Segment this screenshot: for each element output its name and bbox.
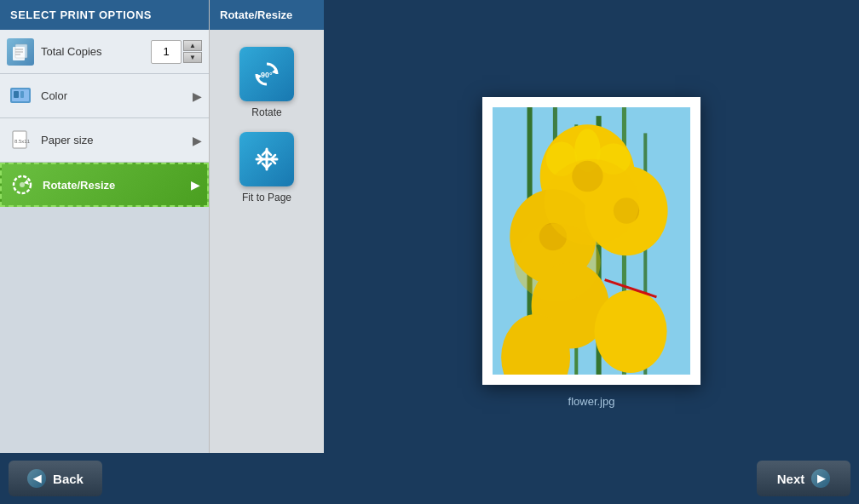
paper-size-label: Paper size bbox=[41, 134, 193, 146]
color-arrow-icon: ▶ bbox=[193, 89, 202, 103]
fit-to-page-button[interactable]: Fit to Page bbox=[239, 132, 294, 203]
back-icon: ◀ bbox=[27, 469, 46, 488]
svg-text:8.5x11: 8.5x11 bbox=[14, 139, 31, 144]
svg-point-12 bbox=[20, 182, 25, 187]
svg-rect-8 bbox=[20, 91, 24, 98]
panel-header: Rotate/Resize bbox=[210, 0, 324, 30]
preview-frame bbox=[482, 97, 701, 385]
svg-point-27 bbox=[594, 289, 666, 372]
preview-area: flower.jpg bbox=[324, 0, 859, 504]
paper-size-icon: 8.5x11 bbox=[7, 127, 34, 154]
flower-preview-image bbox=[493, 107, 691, 375]
rotate-label: Rotate bbox=[251, 106, 281, 118]
svg-rect-7 bbox=[14, 91, 19, 98]
sidebar-item-total-copies: Total Copies ▲ ▼ bbox=[0, 30, 209, 74]
copies-decrement[interactable]: ▼ bbox=[183, 52, 202, 63]
rotate-resize-icon bbox=[9, 171, 36, 198]
next-icon: ▶ bbox=[811, 469, 830, 488]
panel-buttons: 90° Rotate Fit to Page bbox=[210, 30, 324, 446]
back-button[interactable]: ◀ Back bbox=[9, 461, 102, 496]
color-icon bbox=[7, 83, 34, 110]
svg-text:90°: 90° bbox=[261, 71, 273, 79]
bottom-bar: ◀ Back Next ▶ bbox=[0, 453, 859, 504]
total-copies-label: Total Copies bbox=[41, 45, 151, 58]
sidebar: SELECT PRINT OPTIONS Total Copies ▲ ▼ bbox=[0, 0, 209, 504]
sidebar-item-rotate-resize[interactable]: Rotate/Resize ▶ bbox=[0, 163, 209, 207]
sidebar-header: SELECT PRINT OPTIONS bbox=[0, 0, 209, 30]
svg-point-37 bbox=[514, 223, 600, 301]
next-button[interactable]: Next ▶ bbox=[757, 461, 850, 496]
sidebar-item-color[interactable]: Color ▶ bbox=[0, 74, 209, 118]
fit-to-page-icon-bg bbox=[239, 132, 294, 186]
rotate-resize-arrow-icon: ▶ bbox=[191, 178, 200, 192]
copies-controls: ▲ ▼ bbox=[151, 40, 202, 64]
fit-to-page-label: Fit to Page bbox=[242, 192, 291, 203]
copies-input[interactable] bbox=[151, 40, 182, 64]
preview-filename: flower.jpg bbox=[568, 395, 615, 408]
rotate-resize-panel: Rotate/Resize 90° Rotate bbox=[209, 0, 324, 504]
copies-increment[interactable]: ▲ bbox=[183, 40, 202, 51]
rotate-resize-label: Rotate/Resize bbox=[43, 179, 191, 192]
paper-size-arrow-icon: ▶ bbox=[193, 134, 202, 147]
rotate-icon-bg: 90° bbox=[239, 47, 294, 101]
sidebar-item-paper-size[interactable]: 8.5x11 Paper size ▶ bbox=[0, 118, 209, 163]
next-label: Next bbox=[777, 472, 805, 486]
color-label: Color bbox=[41, 89, 193, 102]
svg-rect-1 bbox=[15, 44, 27, 58]
copies-stepper: ▲ ▼ bbox=[183, 40, 202, 63]
rotate-button[interactable]: 90° Rotate bbox=[239, 47, 294, 118]
back-label: Back bbox=[53, 472, 84, 486]
total-copies-icon bbox=[7, 38, 34, 66]
